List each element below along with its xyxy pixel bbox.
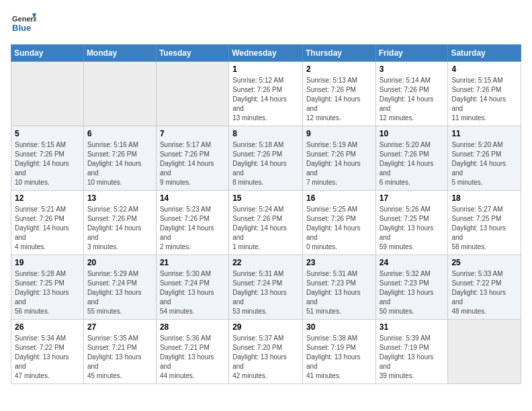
day-number: 25 bbox=[451, 258, 517, 267]
day-info: Sunrise: 5:32 AMSunset: 7:23 PMDaylight:… bbox=[380, 269, 445, 316]
day-number: 15 bbox=[232, 193, 299, 203]
daylight-label: Daylight: 14 hours and10 minutes. bbox=[87, 159, 152, 187]
day-info: Sunrise: 5:12 AMSunset: 7:26 PMDaylight:… bbox=[232, 76, 299, 123]
day-number: 11 bbox=[451, 129, 517, 138]
sunrise-line: Sunrise: 5:25 AM bbox=[306, 205, 372, 214]
sunset-line: Sunset: 7:26 PM bbox=[87, 150, 152, 159]
day-number: 7 bbox=[160, 129, 225, 138]
sunset-line: Sunset: 7:25 PM bbox=[380, 214, 445, 224]
sunrise-line: Sunrise: 5:12 AM bbox=[232, 76, 299, 85]
daylight-label: Daylight: 14 hours and13 minutes. bbox=[232, 95, 299, 123]
sunset-line: Sunset: 7:26 PM bbox=[15, 150, 80, 159]
daylight-label: Daylight: 14 hours and9 minutes. bbox=[160, 159, 225, 187]
sunrise-line: Sunrise: 5:27 AM bbox=[451, 205, 517, 214]
day-info: Sunrise: 5:18 AMSunset: 7:26 PMDaylight:… bbox=[232, 140, 299, 187]
sunrise-line: Sunrise: 5:20 AM bbox=[380, 140, 445, 150]
sunrise-line: Sunrise: 5:31 AM bbox=[306, 269, 372, 279]
sunrise-line: Sunrise: 5:23 AM bbox=[160, 205, 225, 214]
calendar-cell: 23Sunrise: 5:31 AMSunset: 7:23 PMDayligh… bbox=[302, 255, 375, 320]
day-number: 29 bbox=[232, 322, 299, 332]
day-info: Sunrise: 5:13 AMSunset: 7:26 PMDaylight:… bbox=[306, 76, 372, 123]
sunset-line: Sunset: 7:26 PM bbox=[232, 150, 299, 159]
calendar-cell: 31Sunrise: 5:39 AMSunset: 7:19 PMDayligh… bbox=[375, 320, 448, 384]
sunrise-line: Sunrise: 5:38 AM bbox=[306, 334, 372, 343]
day-info: Sunrise: 5:31 AMSunset: 7:24 PMDaylight:… bbox=[232, 269, 299, 316]
daylight-label: Daylight: 13 hours and39 minutes. bbox=[380, 353, 445, 381]
calendar-cell: 6Sunrise: 5:16 AMSunset: 7:26 PMDaylight… bbox=[83, 126, 156, 191]
sunset-line: Sunset: 7:26 PM bbox=[380, 150, 445, 159]
day-info: Sunrise: 5:24 AMSunset: 7:26 PMDaylight:… bbox=[232, 205, 299, 252]
weekday-header: Tuesday bbox=[156, 45, 228, 62]
sunset-line: Sunset: 7:22 PM bbox=[451, 279, 517, 288]
day-number: 28 bbox=[160, 322, 225, 332]
calendar-cell: 5Sunrise: 5:15 AMSunset: 7:26 PMDaylight… bbox=[11, 126, 84, 191]
day-number: 17 bbox=[380, 193, 445, 203]
day-info: Sunrise: 5:25 AMSunset: 7:26 PMDaylight:… bbox=[306, 205, 372, 252]
sunrise-line: Sunrise: 5:37 AM bbox=[232, 334, 299, 343]
daylight-label: Daylight: 13 hours and51 minutes. bbox=[306, 288, 372, 316]
sunrise-line: Sunrise: 5:33 AM bbox=[451, 269, 517, 279]
sunset-line: Sunset: 7:26 PM bbox=[451, 85, 517, 95]
day-info: Sunrise: 5:31 AMSunset: 7:23 PMDaylight:… bbox=[306, 269, 372, 316]
day-info: Sunrise: 5:28 AMSunset: 7:25 PMDaylight:… bbox=[15, 269, 80, 316]
weekday-header: Saturday bbox=[448, 45, 521, 62]
sunset-line: Sunset: 7:26 PM bbox=[160, 150, 225, 159]
weekday-header: Friday bbox=[375, 45, 448, 62]
day-info: Sunrise: 5:34 AMSunset: 7:22 PMDaylight:… bbox=[15, 334, 80, 381]
daylight-label: Daylight: 14 hours and8 minutes. bbox=[232, 159, 299, 187]
day-number: 16 bbox=[306, 193, 372, 203]
calendar-cell: 15Sunrise: 5:24 AMSunset: 7:26 PMDayligh… bbox=[229, 191, 303, 255]
daylight-label: Daylight: 14 hours and2 minutes. bbox=[160, 224, 225, 252]
daylight-label: Daylight: 14 hours and7 minutes. bbox=[306, 159, 372, 187]
calendar-cell: 1Sunrise: 5:12 AMSunset: 7:26 PMDaylight… bbox=[229, 62, 303, 126]
calendar-cell: 27Sunrise: 5:35 AMSunset: 7:21 PMDayligh… bbox=[83, 320, 156, 384]
calendar-cell bbox=[11, 62, 84, 126]
sunrise-line: Sunrise: 5:15 AM bbox=[451, 76, 517, 85]
day-info: Sunrise: 5:38 AMSunset: 7:19 PMDaylight:… bbox=[306, 334, 372, 381]
sunset-line: Sunset: 7:26 PM bbox=[380, 85, 445, 95]
weekday-header: Monday bbox=[83, 45, 156, 62]
day-info: Sunrise: 5:35 AMSunset: 7:21 PMDaylight:… bbox=[87, 334, 152, 381]
calendar-cell: 9Sunrise: 5:19 AMSunset: 7:26 PMDaylight… bbox=[302, 126, 375, 191]
daylight-label: Daylight: 13 hours and50 minutes. bbox=[380, 288, 445, 316]
day-number: 20 bbox=[87, 258, 152, 267]
day-number: 30 bbox=[306, 322, 372, 332]
calendar-cell: 7Sunrise: 5:17 AMSunset: 7:26 PMDaylight… bbox=[156, 126, 228, 191]
daylight-label: Daylight: 13 hours and56 minutes. bbox=[15, 288, 80, 316]
sunset-line: Sunset: 7:26 PM bbox=[306, 85, 372, 95]
calendar-cell bbox=[83, 62, 156, 126]
day-number: 21 bbox=[160, 258, 225, 267]
day-number: 27 bbox=[87, 322, 152, 332]
sunrise-line: Sunrise: 5:35 AM bbox=[87, 334, 152, 343]
sunset-line: Sunset: 7:26 PM bbox=[87, 214, 152, 224]
day-number: 14 bbox=[160, 193, 225, 203]
calendar-cell: 10Sunrise: 5:20 AMSunset: 7:26 PMDayligh… bbox=[375, 126, 448, 191]
calendar-cell: 8Sunrise: 5:18 AMSunset: 7:26 PMDaylight… bbox=[229, 126, 303, 191]
day-info: Sunrise: 5:29 AMSunset: 7:24 PMDaylight:… bbox=[87, 269, 152, 316]
day-number: 5 bbox=[15, 129, 80, 138]
sunrise-line: Sunrise: 5:32 AM bbox=[380, 269, 445, 279]
day-number: 4 bbox=[451, 64, 517, 74]
day-number: 3 bbox=[380, 64, 445, 74]
sunrise-line: Sunrise: 5:19 AM bbox=[306, 140, 372, 150]
calendar-cell: 3Sunrise: 5:14 AMSunset: 7:26 PMDaylight… bbox=[375, 62, 448, 126]
daylight-label: Daylight: 14 hours and11 minutes. bbox=[451, 95, 517, 123]
calendar-header: SundayMondayTuesdayWednesdayThursdayFrid… bbox=[11, 45, 521, 62]
sunrise-line: Sunrise: 5:31 AM bbox=[232, 269, 299, 279]
logo: General Blue bbox=[11, 11, 36, 36]
sunset-line: Sunset: 7:24 PM bbox=[232, 279, 299, 288]
weekday-header: Wednesday bbox=[229, 45, 303, 62]
day-info: Sunrise: 5:15 AMSunset: 7:26 PMDaylight:… bbox=[15, 140, 80, 187]
page-header: General Blue bbox=[11, 11, 521, 36]
day-info: Sunrise: 5:23 AMSunset: 7:26 PMDaylight:… bbox=[160, 205, 225, 252]
day-info: Sunrise: 5:27 AMSunset: 7:25 PMDaylight:… bbox=[451, 205, 517, 252]
sunset-line: Sunset: 7:23 PM bbox=[306, 279, 372, 288]
day-info: Sunrise: 5:20 AMSunset: 7:26 PMDaylight:… bbox=[451, 140, 517, 187]
sunrise-line: Sunrise: 5:39 AM bbox=[380, 334, 445, 343]
day-info: Sunrise: 5:21 AMSunset: 7:26 PMDaylight:… bbox=[15, 205, 80, 252]
day-info: Sunrise: 5:22 AMSunset: 7:26 PMDaylight:… bbox=[87, 205, 152, 252]
day-info: Sunrise: 5:16 AMSunset: 7:26 PMDaylight:… bbox=[87, 140, 152, 187]
sunset-line: Sunset: 7:22 PM bbox=[15, 343, 80, 353]
sunset-line: Sunset: 7:21 PM bbox=[87, 343, 152, 353]
daylight-label: Daylight: 13 hours and44 minutes. bbox=[160, 353, 225, 381]
